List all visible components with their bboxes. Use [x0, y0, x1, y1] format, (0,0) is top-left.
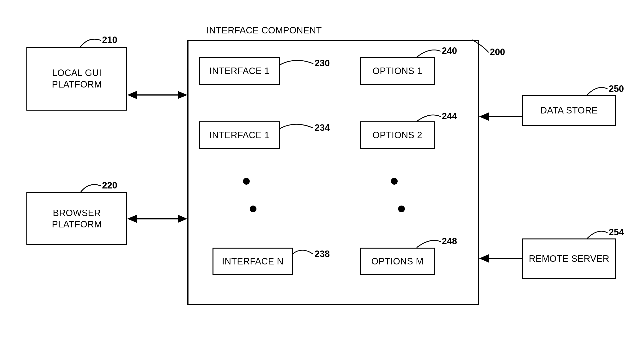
browser-platform-label: BROWSER PLATFORM — [30, 208, 124, 230]
ref-230: 230 — [314, 58, 330, 69]
ref-220: 220 — [102, 180, 117, 191]
interface-n-label: INTERFACE N — [222, 256, 284, 267]
ellipsis-dot — [243, 178, 250, 185]
svg-marker-1 — [127, 91, 137, 99]
svg-marker-4 — [127, 215, 137, 223]
options-m-box: OPTIONS M — [360, 248, 434, 275]
options-2-label: OPTIONS 2 — [372, 130, 422, 141]
local-gui-platform-label: LOCAL GUI PLATFORM — [30, 67, 124, 90]
options-2-box: OPTIONS 2 — [360, 121, 434, 149]
ref-238: 238 — [314, 249, 330, 259]
svg-marker-9 — [479, 254, 489, 263]
ellipsis-dot — [398, 206, 405, 212]
ref-240: 240 — [442, 46, 457, 56]
data-store-box: DATA STORE — [522, 95, 616, 126]
local-gui-platform-box: LOCAL GUI PLATFORM — [26, 47, 127, 111]
ref-200: 200 — [490, 47, 505, 57]
remote-server-box: REMOTE SERVER — [522, 238, 616, 279]
svg-marker-5 — [178, 215, 187, 223]
ref-250: 250 — [609, 84, 624, 94]
ellipsis-dot — [391, 178, 398, 185]
options-m-label: OPTIONS M — [371, 256, 424, 267]
options-1-box: OPTIONS 1 — [360, 57, 434, 85]
interface-1-box: INTERFACE 1 — [199, 57, 280, 85]
ellipsis-dot — [250, 206, 256, 212]
interface-component-title: INTERFACE COMPONENT — [187, 25, 341, 36]
svg-marker-7 — [479, 112, 489, 121]
svg-marker-2 — [178, 91, 187, 99]
interface-1-label: INTERFACE 1 — [210, 65, 270, 77]
ref-254: 254 — [609, 227, 624, 238]
ref-248: 248 — [442, 236, 457, 246]
interface-2-label: INTERFACE 1 — [210, 130, 270, 141]
options-1-label: OPTIONS 1 — [372, 65, 422, 77]
ref-234: 234 — [314, 123, 330, 133]
browser-platform-box: BROWSER PLATFORM — [26, 192, 127, 245]
data-store-label: DATA STORE — [540, 105, 598, 116]
remote-server-label: REMOTE SERVER — [529, 253, 609, 265]
ref-244: 244 — [442, 111, 457, 121]
diagram-canvas: INTERFACE COMPONENT LOCAL GUI PLATFORM B… — [0, 0, 644, 338]
interface-2-box: INTERFACE 1 — [199, 121, 280, 149]
ref-210: 210 — [102, 35, 117, 45]
interface-n-box: INTERFACE N — [212, 248, 293, 275]
